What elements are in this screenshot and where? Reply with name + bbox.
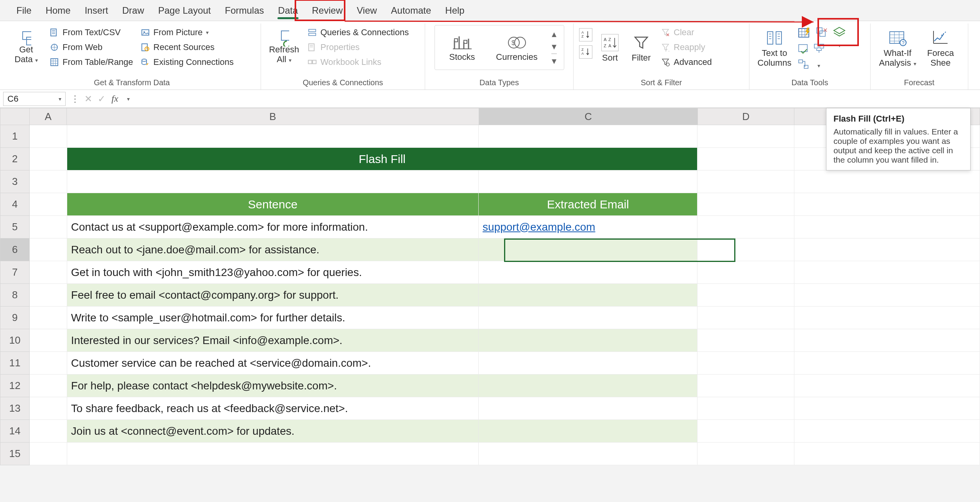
banner-cell[interactable]: Flash Fill [67,148,697,170]
data-model-button[interactable] [832,27,847,38]
cell-C10[interactable] [479,329,697,352]
cell-A10[interactable] [30,329,67,352]
cell-D5[interactable] [697,216,794,238]
cell-rest-7[interactable] [794,261,980,284]
cell-C3[interactable] [479,170,697,193]
cell-rest-6[interactable] [794,238,980,261]
from-text-csv-button[interactable]: From Text/CSV [48,27,135,38]
cell-A11[interactable] [30,352,67,375]
select-all-corner[interactable] [0,108,30,125]
cell-D13[interactable] [697,397,794,420]
cell-C12[interactable] [479,375,697,397]
cell-A12[interactable] [30,375,67,397]
forecast-sheet-button[interactable]: Foreca Shee [923,25,958,72]
cell-rest-9[interactable] [794,307,980,329]
row-header-1[interactable]: 1 [0,125,30,148]
cell-B15[interactable] [67,443,479,465]
cell-B14[interactable]: Join us at <connect@event.com> for updat… [67,420,479,443]
cell-rest-10[interactable] [794,329,980,352]
tab-home[interactable]: Home [39,1,78,21]
cell-B5[interactable]: Contact us at <support@example.com> for … [67,216,479,238]
cell-B12[interactable]: For help, please contact <helpdesk@myweb… [67,375,479,397]
cell-B13[interactable]: To share feedback, reach us at <feedback… [67,397,479,420]
cell-A5[interactable] [30,216,67,238]
cell-B6[interactable]: Reach out to <jane.doe@mail.com> for ass… [67,238,479,261]
cell-rest-4[interactable] [794,193,980,216]
text-to-columns-button[interactable]: Text to Columns [755,25,794,72]
row-header-6[interactable]: 6 [0,238,30,261]
row-header-12[interactable]: 12 [0,375,30,397]
data-types-gallery[interactable]: Stocks $ Currencies ▴▾▾ [435,25,564,70]
tab-formulas[interactable]: Formulas [218,1,271,21]
tab-data[interactable]: Data [271,1,305,21]
get-data-button[interactable]: Get Data ▾ [9,25,44,72]
tab-page-layout[interactable]: Page Layout [151,1,218,21]
cell-A2[interactable] [30,148,67,170]
cell-C7[interactable] [479,261,697,284]
cell-B1[interactable] [67,125,479,148]
row-header-3[interactable]: 3 [0,170,30,193]
cell-C8[interactable] [479,284,697,307]
cell-D2[interactable] [697,148,794,170]
tab-help[interactable]: Help [438,1,471,21]
existing-connections-button[interactable]: Existing Connections [139,56,235,68]
cell-rest-3[interactable] [794,170,980,193]
column-header-B[interactable]: B [67,108,479,125]
queries-connections-button[interactable]: Queries & Connections [306,27,410,38]
row-header-10[interactable]: 10 [0,329,30,352]
cell-D3[interactable] [697,170,794,193]
row-header-5[interactable]: 5 [0,216,30,238]
remove-duplicates-button[interactable] [816,27,828,38]
row-header-7[interactable]: 7 [0,261,30,284]
formula-dropdown-icon[interactable]: ▾ [123,96,134,102]
cell-B7[interactable]: Get in touch with <john_smith123@yahoo.c… [67,261,479,284]
cell-A9[interactable] [30,307,67,329]
manage-data-model-button[interactable]: ▾ [814,59,824,70]
name-box-dropdown-icon[interactable]: ▾ [59,96,61,102]
sort-ascending-button[interactable]: AZ [579,28,592,41]
header-extracted-email[interactable]: Extracted Email [479,193,697,216]
cell-B10[interactable]: Interested in our services? Email <info@… [67,329,479,352]
cell-A1[interactable] [30,125,67,148]
tab-view[interactable]: View [350,1,384,21]
cell-rest-8[interactable] [794,284,980,307]
cell-C6[interactable] [479,238,697,261]
from-web-button[interactable]: From Web [48,41,135,53]
cell-D12[interactable] [697,375,794,397]
cell-C1[interactable] [479,125,697,148]
cell-A7[interactable] [30,261,67,284]
sort-descending-button[interactable]: ZA [579,45,592,59]
row-header-8[interactable]: 8 [0,284,30,307]
name-box[interactable]: C6 ▾ [3,92,66,106]
cell-B9[interactable]: Write to <sample_user@hotmail.com> for f… [67,307,479,329]
flash-fill-button[interactable] [798,27,812,39]
cell-A6[interactable] [30,238,67,261]
cell-C5[interactable]: support@example.com [479,216,697,238]
row-header-4[interactable]: 4 [0,193,30,216]
cell-A8[interactable] [30,284,67,307]
column-header-C[interactable]: C [479,108,698,125]
cancel-formula-button[interactable]: ✕ [83,93,94,104]
cell-A15[interactable] [30,443,67,465]
cell-D1[interactable] [697,125,794,148]
relationships-button[interactable] [798,59,810,70]
row-header-14[interactable]: 14 [0,420,30,443]
advanced-filter-button[interactable]: Advanced [659,56,714,68]
cell-rest-12[interactable] [794,375,980,397]
cell-D6[interactable] [697,238,794,261]
cell-A4[interactable] [30,193,67,216]
from-table-range-button[interactable]: From Table/Range [48,56,135,68]
cell-rest-14[interactable] [794,420,980,443]
cell-D10[interactable] [697,329,794,352]
formula-input[interactable] [138,92,977,106]
from-picture-button[interactable]: From Picture ▾ [139,27,235,38]
filter-button[interactable]: Filter [628,25,655,72]
cell-C14[interactable] [479,420,697,443]
cell-D4[interactable] [697,193,794,216]
cell-rest-11[interactable] [794,352,980,375]
cell-rest-13[interactable] [794,397,980,420]
data-types-more[interactable]: ▴▾▾ [548,29,560,66]
cell-D15[interactable] [697,443,794,465]
recent-sources-button[interactable]: Recent Sources [139,41,235,53]
enter-formula-button[interactable]: ✓ [96,93,107,104]
